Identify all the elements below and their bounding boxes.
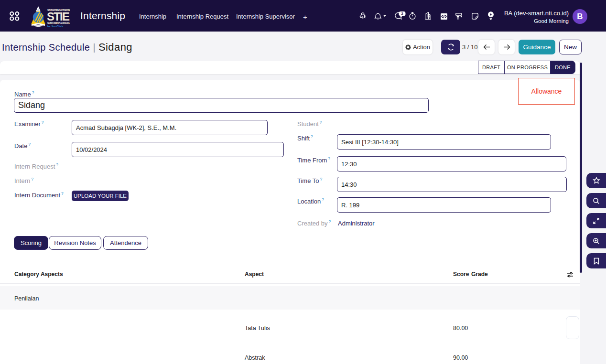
svg-text:STIE: STIE <box>47 10 70 23</box>
svg-text:by JustClick: by JustClick <box>47 25 64 28</box>
svg-text:SEMA WIDYA BANGSA: SEMA WIDYA BANGSA <box>47 21 70 24</box>
svg-text:2: 2 <box>401 11 403 16</box>
